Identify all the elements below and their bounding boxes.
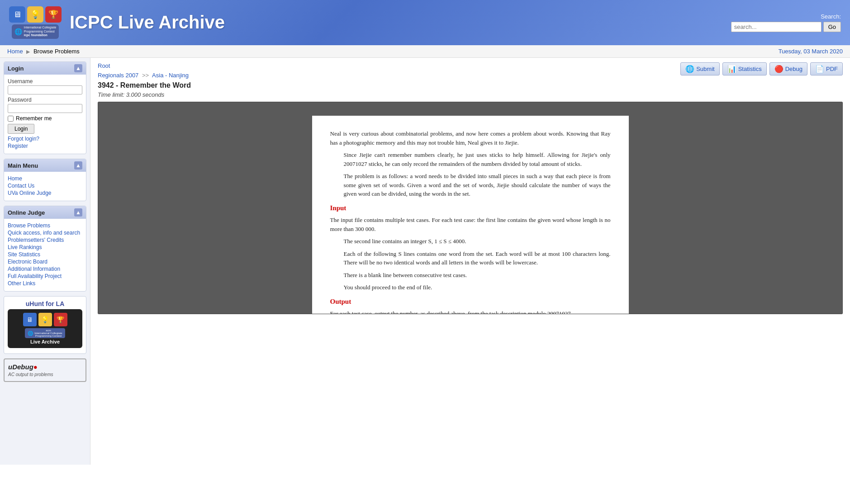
statistics-button[interactable]: 📊 Statistics bbox=[722, 62, 767, 75]
main-menu-toggle[interactable]: ▲ bbox=[74, 161, 82, 170]
forgot-login-link[interactable]: Forgot login? bbox=[8, 136, 82, 142]
logo-icon-yellow: 💡 bbox=[27, 6, 43, 23]
search-row: Go bbox=[731, 22, 841, 32]
problem-inner: Neal is very curious about combinatorial… bbox=[312, 116, 629, 314]
uhunt-promo: uHunt for LA 🖥 💡 🏆 🌐 acmInternational Co… bbox=[4, 296, 86, 354]
problem-intro: Neal is very curious about combinatorial… bbox=[330, 129, 611, 147]
uhunt-live-archive: Live Archive bbox=[30, 339, 60, 344]
sidebar-item-uva[interactable]: UVa Online Judge bbox=[8, 190, 82, 196]
login-section: Login ▲ Username Password Remember me Lo… bbox=[4, 61, 86, 154]
uhunt-icons-row: 🖥 💡 🏆 bbox=[23, 313, 67, 326]
debug-button[interactable]: 🔴 Debug bbox=[769, 62, 807, 75]
go-button[interactable]: Go bbox=[823, 22, 841, 32]
debug-label: Debug bbox=[785, 66, 803, 72]
header-left: 🖥 💡 🏆 🌐 International CollegiateProgramm… bbox=[9, 6, 225, 38]
submit-icon: 🌐 bbox=[685, 65, 694, 73]
header-right: Search: Go bbox=[731, 13, 841, 32]
content-breadcrumb-root[interactable]: Root bbox=[98, 62, 110, 69]
udebug-title: uDebug bbox=[8, 363, 33, 371]
password-label: Password bbox=[8, 97, 82, 103]
time-limit: Time limit: 3.000 seconds bbox=[98, 91, 843, 98]
statistics-label: Statistics bbox=[738, 66, 762, 72]
login-section-body: Username Password Remember me Login Forg… bbox=[4, 75, 86, 154]
logo-icon-red: 🏆 bbox=[45, 6, 62, 23]
problem-name: Remember the Word bbox=[120, 81, 191, 89]
logo-icon-blue: 🖥 bbox=[9, 6, 25, 23]
main-layout: Login ▲ Username Password Remember me Lo… bbox=[0, 58, 850, 465]
register-link[interactable]: Register bbox=[8, 143, 82, 149]
login-section-header: Login ▲ bbox=[4, 62, 86, 75]
sidebar-item-browse-problems[interactable]: Browse Problems bbox=[8, 222, 82, 229]
main-menu-title: Main Menu bbox=[8, 162, 38, 169]
online-judge-body: Browse Problems Quick access, info and s… bbox=[4, 219, 86, 291]
remember-me-label: Remember me bbox=[16, 115, 52, 122]
input-p3: Each of the following S lines contains o… bbox=[344, 250, 611, 267]
input-p4: There is a blank line between consecutiv… bbox=[344, 271, 611, 280]
uhunt-icon-red: 🏆 bbox=[54, 313, 67, 326]
username-label: Username bbox=[8, 78, 82, 85]
breadcrumb-home[interactable]: Home bbox=[7, 48, 23, 55]
sidebar-item-other-links[interactable]: Other Links bbox=[8, 280, 82, 287]
problem-p2: The problem is as follows: a word needs … bbox=[344, 172, 611, 198]
uhunt-acm-text: acmInternational CollegiateProgramming C… bbox=[34, 329, 62, 337]
online-judge-title: Online Judge bbox=[8, 209, 45, 216]
online-judge-section: Online Judge ▲ Browse Problems Quick acc… bbox=[4, 206, 86, 292]
input-p5: You should proceed to the end of file. bbox=[344, 283, 611, 292]
content-breadcrumb-region[interactable]: Asia - Nanjing bbox=[152, 72, 189, 79]
login-toggle[interactable]: ▲ bbox=[74, 64, 82, 72]
sidebar-item-live-rankings[interactable]: Live Rankings bbox=[8, 244, 82, 250]
uhunt-acm-badge: 🌐 acmInternational CollegiateProgramming… bbox=[25, 328, 65, 338]
search-label: Search: bbox=[821, 13, 841, 20]
pdf-icon: 📄 bbox=[815, 65, 824, 73]
action-buttons: 🌐 Submit 📊 Statistics 🔴 Debug 📄 PDF bbox=[680, 62, 843, 75]
content-breadcrumb-regionals[interactable]: Regionals 2007 bbox=[98, 72, 138, 79]
breadcrumb-bar: Home ▶ Browse Problems Tuesday, 03 March… bbox=[0, 45, 850, 58]
problem-title: 3942 - Remember the Word bbox=[98, 81, 843, 89]
input-p2: The second line contains an integer S, 1… bbox=[344, 237, 611, 246]
sidebar-item-full-availability[interactable]: Full Availability Project bbox=[8, 273, 82, 279]
uhunt-icon-blue: 🖥 bbox=[23, 313, 37, 326]
sidebar-item-additional-info[interactable]: Additional Information bbox=[8, 266, 82, 272]
password-input[interactable] bbox=[8, 104, 82, 113]
content-breadcrumb-sep: >> bbox=[142, 72, 149, 79]
site-title: ICPC Live Archive bbox=[70, 12, 225, 33]
sidebar-item-problemsetters[interactable]: Problemsetters' Credits bbox=[8, 237, 82, 243]
header: 🖥 💡 🏆 🌐 International CollegiateProgramm… bbox=[0, 0, 850, 45]
login-button[interactable]: Login bbox=[8, 124, 34, 134]
remember-me-row: Remember me bbox=[8, 115, 82, 122]
logo-box: 🖥 💡 🏆 🌐 International CollegiateProgramm… bbox=[9, 6, 62, 38]
submit-button[interactable]: 🌐 Submit bbox=[680, 62, 719, 75]
udebug-subtitle: AC output to problems bbox=[8, 372, 53, 377]
uhunt-icon-yellow: 💡 bbox=[38, 313, 52, 326]
problem-title-text: - bbox=[116, 81, 120, 89]
breadcrumb-current: Browse Problems bbox=[33, 48, 80, 55]
username-input[interactable] bbox=[8, 85, 82, 94]
breadcrumb-sep: ▶ bbox=[26, 49, 30, 54]
main-menu-header: Main Menu ▲ bbox=[4, 159, 86, 172]
main-menu-section: Main Menu ▲ Home Contact Us UVa Online J… bbox=[4, 159, 86, 201]
pdf-button[interactable]: 📄 PDF bbox=[810, 62, 843, 75]
output-section-title: Output bbox=[330, 297, 611, 307]
icpc-badge-text: International CollegiateProgramming Cont… bbox=[24, 26, 57, 37]
remember-me-checkbox[interactable] bbox=[8, 116, 14, 122]
sidebar-item-home[interactable]: Home bbox=[8, 175, 82, 182]
statistics-icon: 📊 bbox=[727, 65, 736, 73]
problem-number: 3942 bbox=[98, 81, 114, 89]
debug-icon: 🔴 bbox=[774, 65, 784, 73]
uhunt-logo-box[interactable]: 🖥 💡 🏆 🌐 acmInternational CollegiateProgr… bbox=[8, 309, 82, 348]
uhunt-header: uHunt for LA bbox=[8, 300, 82, 307]
problem-p1: Since Jiejie can't remember numbers clea… bbox=[344, 151, 611, 168]
udebug-promo[interactable]: uDebug● AC output to problems bbox=[4, 358, 86, 382]
problem-content[interactable]: Neal is very curious about combinatorial… bbox=[98, 102, 843, 314]
sidebar-item-quick-access[interactable]: Quick access, info and search bbox=[8, 230, 82, 236]
online-judge-toggle[interactable]: ▲ bbox=[74, 208, 82, 217]
date-display: Tuesday, 03 March 2020 bbox=[779, 48, 843, 55]
sidebar-item-contact[interactable]: Contact Us bbox=[8, 183, 82, 189]
input-p1: The input file contains multiple test ca… bbox=[330, 216, 611, 233]
online-judge-header: Online Judge ▲ bbox=[4, 206, 86, 219]
icpc-badge: 🌐 International CollegiateProgramming Co… bbox=[12, 24, 59, 38]
search-input[interactable] bbox=[731, 22, 822, 32]
content-area: 🌐 Submit 📊 Statistics 🔴 Debug 📄 PDF Root… bbox=[90, 58, 850, 465]
sidebar-item-electronic-board[interactable]: Electronic Board bbox=[8, 259, 82, 265]
sidebar-item-site-statistics[interactable]: Site Statistics bbox=[8, 251, 82, 258]
